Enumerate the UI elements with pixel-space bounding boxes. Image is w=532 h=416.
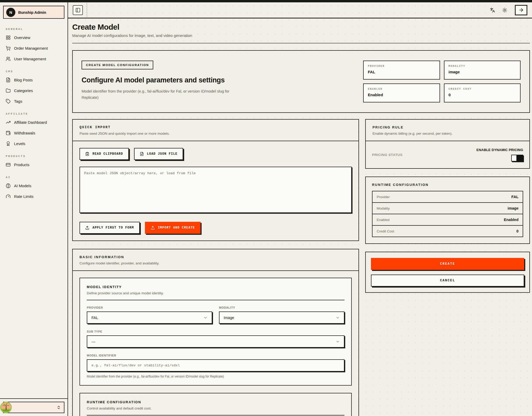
sidebar-item-blog-posts[interactable]: Blog Posts	[6, 75, 62, 85]
model-identifier-help: Model identifier from the provider (e.g.…	[87, 375, 344, 378]
hero-badge: CREATE MODEL CONFIGURATION	[82, 61, 153, 69]
topbar-divider	[87, 2, 87, 18]
languages-icon	[490, 8, 495, 13]
file-up-icon	[140, 152, 144, 156]
modality-select[interactable]: Image	[219, 311, 344, 324]
shopping-cart-icon	[6, 46, 11, 51]
runtime-summary-card: RUNTIME CONFIGURATION Provider FAL Modal…	[365, 177, 530, 244]
sidebar-item-affiliate-dashboard[interactable]: Affiliate Dashboard	[6, 117, 62, 128]
sidebar-item-label: Affiliate Dashboard	[14, 120, 47, 125]
read-clipboard-button[interactable]: READ CLIPBOARD	[79, 148, 129, 160]
sidebar-item-withdrawals[interactable]: Withdrawals	[6, 128, 62, 138]
nav-section-affiliate: AFFILIATE	[6, 112, 62, 115]
chevron-down-icon	[336, 316, 340, 320]
modality-label: MODALITY	[219, 306, 344, 309]
sidebar-item-label: Tags	[14, 99, 22, 103]
workspace-switcher[interactable]: N Bunship Admin	[3, 6, 64, 19]
workspace-selector[interactable]	[3, 402, 64, 413]
sidebar-item-levels[interactable]: Levels	[6, 138, 62, 149]
sidebar-item-label: Levels	[14, 141, 25, 146]
brain-icon	[6, 183, 11, 188]
upload-icon	[151, 226, 155, 230]
page-subtitle: Manage AI model configurations for image…	[72, 33, 530, 38]
dynamic-pricing-toggle[interactable]	[511, 155, 523, 161]
hero-stats: PROVIDER FAL MODALITY image ENABLED Enab…	[363, 61, 521, 102]
section-divider	[87, 415, 344, 415]
trending-up-icon	[6, 120, 11, 125]
sidebar-item-tags[interactable]: Tags	[6, 96, 62, 107]
tag-icon	[6, 99, 11, 104]
sun-icon	[502, 8, 507, 13]
table-row: Enabled Enabled	[373, 214, 523, 226]
table-row: Credit Cost 0	[373, 226, 523, 237]
sidebar-item-ai-models[interactable]: AI Models	[6, 180, 62, 191]
basic-information-title: BASIC INFORMATION	[79, 255, 352, 259]
runtime-summary-table: Provider FAL Modality image Enabled Enab…	[372, 191, 523, 237]
pricing-rule-card: PRICING RULE Enable dynamic billing (e.g…	[365, 119, 530, 169]
window-top-bar	[0, 0, 532, 2]
hero-description: Model identifier from the provider (e.g.…	[82, 88, 235, 101]
runtime-configuration-description: Control availability and default credit …	[87, 406, 344, 410]
stat-provider: PROVIDER FAL	[363, 61, 440, 80]
runtime-configuration-section: RUNTIME CONFIGURATION Control availabili…	[79, 393, 352, 416]
main-area: Create Model Manage AI model configurati…	[68, 2, 532, 416]
sidebar-item-label: Categories	[14, 88, 33, 93]
award-icon	[6, 141, 11, 146]
stat-credit-cost: CREDIT COST 0	[444, 83, 521, 102]
sub-type-label: SUB TYPE	[87, 330, 344, 333]
basic-information-description: Configure model identifier, provider, an…	[79, 261, 352, 265]
sidebar-item-label: Blog Posts	[14, 78, 33, 82]
app-logo: N	[6, 8, 15, 17]
json-import-textarea[interactable]	[79, 167, 352, 213]
wallet-icon	[6, 131, 11, 135]
stat-enabled: ENABLED Enabled	[363, 83, 440, 102]
logout-button[interactable]	[515, 5, 527, 15]
sidebar-item-label: User Management	[14, 57, 46, 61]
create-button[interactable]: CREATE	[371, 258, 524, 270]
provider-select[interactable]: FAL	[87, 311, 212, 324]
pricing-rule-title: PRICING RULE	[373, 125, 523, 129]
sidebar-item-categories[interactable]: Categories	[6, 85, 62, 96]
basic-information-card: BASIC INFORMATION Configure model identi…	[72, 249, 359, 416]
hero-heading: Configure AI model parameters and settin…	[82, 76, 235, 84]
gauge-icon	[6, 194, 11, 199]
table-row: Modality image	[373, 203, 523, 214]
sidebar-item-label: Order Management	[14, 46, 48, 50]
sidebar-item-label: AI Models	[14, 184, 31, 188]
runtime-configuration-title: RUNTIME CONFIGURATION	[87, 400, 344, 404]
apply-first-to-form-button[interactable]: APPLY FIRST TO FORM	[79, 222, 140, 234]
sidebar-item-rate-limits[interactable]: Rate Limits	[6, 191, 62, 202]
sidebar-toggle-button[interactable]	[73, 5, 83, 15]
sidebar-item-user-management[interactable]: User Management	[6, 54, 62, 64]
sidebar-item-overview[interactable]: Overview	[6, 32, 62, 43]
sidebar-item-order-management[interactable]: Order Management	[6, 43, 62, 54]
theme-toggle-button[interactable]	[502, 8, 507, 13]
provider-label: PROVIDER	[87, 306, 212, 309]
chevron-down-icon	[203, 316, 208, 320]
load-json-file-button[interactable]: LOAD JSON FILE	[134, 148, 183, 160]
quick-import-description: Paste seed JSON and quickly import one o…	[79, 132, 352, 135]
users-icon	[6, 56, 11, 61]
stat-modality: MODALITY image	[444, 61, 521, 80]
model-identity-description: Define provider source and unique model …	[87, 291, 344, 295]
language-button[interactable]	[490, 8, 495, 13]
arrow-right-icon	[518, 7, 524, 13]
nav-section-ai: AI	[6, 176, 62, 179]
table-row: Provider FAL	[373, 191, 523, 203]
runtime-summary-title: RUNTIME CONFIGURATION	[372, 183, 523, 187]
import-and-create-button[interactable]: IMPORT AND CREATE	[145, 222, 201, 234]
sidebar-item-label: Overview	[14, 35, 30, 40]
section-divider	[87, 300, 344, 300]
cancel-button[interactable]: CANCEL	[371, 275, 524, 287]
model-identity-title: MODEL IDENTITY	[87, 285, 344, 289]
enable-dynamic-pricing-label: ENABLE DYNAMIC PRICING	[476, 148, 523, 152]
model-identifier-input[interactable]	[87, 359, 344, 372]
sidebar-item-products[interactable]: Products	[6, 159, 62, 170]
nav-section-products: PRODUCTS	[6, 155, 62, 158]
form-actions-card: CREATE CANCEL	[365, 252, 530, 293]
quick-import-card: QUICK IMPORT Paste seed JSON and quickly…	[72, 119, 359, 241]
file-text-icon	[6, 77, 11, 82]
sub-type-select[interactable]: —	[87, 335, 344, 348]
model-identity-section: MODEL IDENTITY Define provider source an…	[79, 278, 352, 386]
pricing-rule-description: Enable dynamic billing (e.g. per second,…	[373, 132, 523, 135]
